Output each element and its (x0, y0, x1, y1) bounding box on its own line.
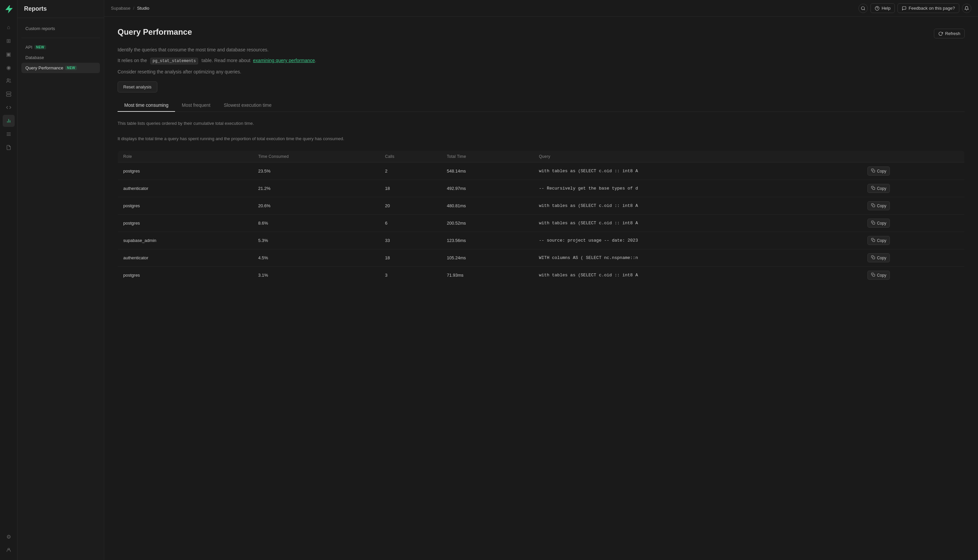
cell-total-time: 123.56ms (441, 232, 534, 249)
breadcrumb-studio[interactable]: Studio (137, 6, 149, 11)
svg-rect-19 (873, 222, 875, 225)
help-label: Help (881, 6, 891, 11)
svg-point-0 (7, 79, 9, 80)
users-icon[interactable] (3, 75, 15, 87)
tab-most-frequent[interactable]: Most frequent (175, 99, 217, 112)
copy-icon (871, 186, 875, 191)
sidebar-item-api[interactable]: API NEW (22, 42, 100, 52)
search-button[interactable] (858, 4, 868, 13)
table-icon[interactable]: ⊞ (3, 35, 15, 47)
page-content: Query Performance Refresh Identify the q… (104, 17, 978, 560)
copy-button[interactable]: Copy (868, 253, 890, 262)
pg-stat-code: pg_stat_statements (150, 58, 198, 64)
cell-role: authenticator (118, 249, 253, 267)
refresh-button[interactable]: Refresh (934, 29, 965, 38)
copy-icon (871, 168, 875, 173)
left-panel: Reports Custom reports API NEW Database … (17, 0, 104, 560)
database-icon[interactable]: ◉ (3, 62, 15, 73)
page-title: Query Performance (117, 27, 192, 37)
cell-time-consumed: 21.2% (253, 180, 380, 197)
copy-button[interactable]: Copy (868, 218, 890, 228)
tab-desc-1: This table lists queries ordered by thei… (117, 120, 965, 127)
tab-slowest-execution[interactable]: Slowest execution time (217, 99, 278, 112)
breadcrumb-supabase[interactable]: Supabase (111, 6, 130, 11)
col-query: Query (533, 151, 862, 163)
cell-calls: 33 (380, 232, 441, 249)
tabs: Most time consuming Most frequent Slowes… (117, 99, 965, 112)
reports-icon[interactable] (3, 115, 15, 127)
qp-badge: NEW (65, 66, 77, 70)
svg-rect-21 (873, 257, 875, 259)
tab-2-label: Slowest execution time (224, 102, 272, 108)
copy-button[interactable]: Copy (868, 184, 890, 193)
storage-icon[interactable] (3, 88, 15, 100)
table-row: postgres 8.6% 6 200.52ms with tables as … (118, 215, 965, 232)
cell-time-consumed: 8.6% (253, 215, 380, 232)
cell-query: with tables as (SELECT c.oid :: int8 A (533, 267, 862, 284)
refresh-label: Refresh (945, 31, 960, 36)
table-row: postgres 20.6% 20 480.81ms with tables a… (118, 197, 965, 215)
sidebar-item-qp-label: Query Performance (25, 65, 63, 70)
help-button[interactable]: Help (871, 3, 895, 13)
cell-calls: 18 (380, 249, 441, 267)
cell-role: postgres (118, 163, 253, 180)
copy-button[interactable]: Copy (868, 201, 890, 210)
page-desc-3: Consider resetting the analysis after op… (117, 68, 965, 75)
functions-icon[interactable] (3, 102, 15, 113)
svg-rect-2 (6, 95, 11, 96)
cell-copy-action: Copy (862, 232, 964, 249)
home-icon[interactable]: ⌂ (3, 22, 15, 33)
examining-link[interactable]: examining query performance (253, 58, 315, 63)
feedback-button[interactable]: Feedback on this page? (898, 3, 959, 13)
sidebar-item-database-label: Database (25, 55, 44, 60)
cell-calls: 18 (380, 180, 441, 197)
cell-copy-action: Copy (862, 215, 964, 232)
cell-query: with tables as (SELECT c.oid :: int8 A (533, 163, 862, 180)
sidebar-item-database[interactable]: Database (22, 52, 100, 63)
copy-icon (871, 273, 875, 278)
top-bar-actions: Help Feedback on this page? (858, 3, 971, 13)
cell-total-time: 200.52ms (441, 215, 534, 232)
left-panel-header: Reports (17, 0, 104, 18)
copy-button[interactable]: Copy (868, 236, 890, 245)
table-row: authenticator 21.2% 18 492.97ms -- Recur… (118, 180, 965, 197)
cell-calls: 6 (380, 215, 441, 232)
cell-copy-action: Copy (862, 267, 964, 284)
cell-calls: 20 (380, 197, 441, 215)
cell-total-time: 71.93ms (441, 267, 534, 284)
cell-total-time: 492.97ms (441, 180, 534, 197)
left-panel-section: Custom reports API NEW Database Query Pe… (17, 18, 104, 76)
left-panel-title: Reports (24, 5, 97, 12)
notifications-button[interactable] (962, 4, 971, 13)
copy-button[interactable]: Copy (868, 167, 890, 175)
app-logo[interactable] (3, 4, 14, 15)
cell-copy-action: Copy (862, 163, 964, 180)
settings-icon[interactable]: ⚙ (3, 531, 15, 543)
tab-most-time-consuming[interactable]: Most time consuming (117, 99, 175, 112)
cell-calls: 2 (380, 163, 441, 180)
copy-label: Copy (877, 238, 886, 243)
table-row: authenticator 4.5% 18 105.24ms WITH colu… (118, 249, 965, 267)
cell-role: postgres (118, 197, 253, 215)
sidebar-item-custom-reports[interactable]: Custom reports (22, 23, 100, 34)
page-desc-1: Identify the queries that consume the mo… (117, 46, 965, 53)
cell-query: with tables as (SELECT c.oid :: int8 A (533, 215, 862, 232)
top-bar: Supabase / Studio Help Feedback on this … (104, 0, 978, 17)
logs-icon[interactable] (3, 128, 15, 140)
copy-icon (871, 221, 875, 226)
table-row: supabase_admin 5.3% 33 123.56ms -- sourc… (118, 232, 965, 249)
cell-role: postgres (118, 267, 253, 284)
cell-time-consumed: 20.6% (253, 197, 380, 215)
user-icon[interactable] (3, 544, 15, 556)
copy-button[interactable]: Copy (868, 271, 890, 280)
cell-total-time: 480.81ms (441, 197, 534, 215)
reset-analysis-button[interactable]: Reset analysis (117, 82, 157, 92)
svg-rect-20 (873, 240, 875, 242)
docs-icon[interactable] (3, 142, 15, 153)
icon-sidebar: ⌂ ⊞ ▣ ◉ ⚙ (0, 0, 17, 560)
main-area: Supabase / Studio Help Feedback on this … (104, 0, 978, 560)
copy-icon (871, 203, 875, 208)
sidebar-item-query-performance[interactable]: Query Performance NEW (22, 63, 100, 73)
monitor-icon[interactable]: ▣ (3, 48, 15, 60)
col-total-time: Total Time (441, 151, 534, 163)
